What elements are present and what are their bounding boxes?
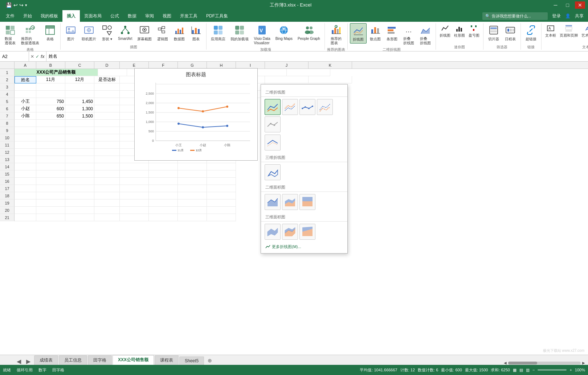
cell-b9[interactable] (36, 127, 65, 134)
cell-c21[interactable] (65, 214, 94, 221)
area-3d-basic-button[interactable] (265, 224, 281, 240)
cancel-formula-button[interactable]: ✕ (30, 54, 34, 59)
cell-b5[interactable]: 750 (36, 98, 65, 105)
insert-chart-button[interactable]: 图表 (188, 23, 204, 43)
cell-e18[interactable] (120, 192, 149, 199)
cell-d19[interactable] (94, 199, 120, 207)
cell-g20[interactable] (178, 207, 207, 214)
cell-a4[interactable] (15, 91, 36, 98)
cell-b13[interactable] (36, 156, 65, 163)
cell-b3[interactable] (36, 83, 65, 91)
slicer-button[interactable]: 切片器 (486, 23, 502, 43)
recommended-pivot-button[interactable]: ★ 推荐的数据透视表 (19, 23, 41, 46)
sparkline-col-button[interactable]: 柱形图 (453, 23, 466, 39)
line-2d-100pct-button[interactable] (299, 99, 315, 115)
cell-a13[interactable] (15, 156, 36, 163)
name-box[interactable]: A2 (0, 51, 29, 61)
zoom-in-button[interactable]: + (569, 368, 572, 372)
logic-diagram-button[interactable]: 逻辑图 (155, 23, 171, 43)
cell-e20[interactable] (120, 207, 149, 214)
cell-b2[interactable]: 11月 (36, 76, 65, 83)
cell-c19[interactable] (65, 199, 94, 207)
col-header-f[interactable]: F (149, 62, 178, 69)
tab-formula[interactable]: 公式 (106, 10, 123, 22)
cell-c7[interactable]: 1,500 (65, 112, 94, 120)
maximize-button[interactable]: □ (563, 1, 572, 9)
bing-maps-button[interactable]: Bing Maps (273, 23, 295, 42)
hyperlink-button[interactable]: 超链接 (523, 23, 539, 43)
cell-g19[interactable] (178, 199, 207, 207)
scrollbar-thumb[interactable] (508, 362, 537, 364)
smartart-button[interactable]: SmartArt (116, 23, 134, 42)
cell-d5[interactable] (94, 98, 120, 105)
online-picture-button[interactable]: 联机图片 (79, 23, 98, 43)
cell-a12[interactable] (15, 149, 36, 156)
formula-input[interactable]: 姓名 (46, 53, 588, 59)
cell-d3[interactable] (94, 83, 120, 91)
cell-d13[interactable] (94, 156, 120, 163)
my-addins-button[interactable]: 我的加载项 (228, 23, 251, 43)
cell-c12[interactable] (65, 149, 94, 156)
table-button[interactable]: 表格 (42, 23, 58, 43)
area-3d-stacked-button[interactable] (282, 224, 298, 240)
minimize-button[interactable]: ─ (551, 1, 560, 9)
col-header-d[interactable]: D (94, 62, 120, 69)
cell-a10[interactable] (15, 134, 36, 141)
header-footer-button[interactable]: 页眉和页脚 (558, 23, 579, 39)
cell-d4[interactable] (94, 91, 120, 98)
area-2d-100pct-button[interactable] (299, 194, 315, 210)
cell-h14[interactable] (207, 163, 236, 170)
scroll-right-tab-button[interactable]: ▶ (24, 358, 33, 365)
cell-d17[interactable] (94, 185, 120, 192)
col-header-e[interactable]: E (120, 62, 149, 69)
visio-button[interactable]: V Visio DataVisualizer (252, 23, 272, 46)
cell-d21[interactable] (94, 214, 120, 221)
cell-b15[interactable] (36, 170, 65, 178)
line-2d-basic-button[interactable] (265, 99, 281, 115)
sheet-tab-sales[interactable]: XXX公司销售额 (113, 355, 154, 365)
cell-f18[interactable] (149, 192, 178, 199)
cell-b14[interactable] (36, 163, 65, 170)
appsource-button[interactable]: 应用商店 (209, 23, 228, 43)
cell-c17[interactable] (65, 185, 94, 192)
tab-review[interactable]: 审阅 (141, 10, 158, 22)
area-2d-basic-button[interactable] (265, 194, 281, 210)
cell-d11[interactable] (94, 141, 120, 149)
add-sheet-button[interactable]: ⊕ (205, 356, 215, 365)
cell-f17[interactable] (149, 185, 178, 192)
tab-devtools[interactable]: 开发工具 (176, 10, 202, 22)
cell-b16[interactable] (36, 178, 65, 185)
view-pagebreak-button[interactable]: ▥ (526, 368, 530, 372)
cell-c10[interactable] (65, 134, 94, 141)
cell-e14[interactable] (120, 163, 149, 170)
login-button[interactable]: 登录 (552, 13, 561, 19)
cell-e21[interactable] (120, 214, 149, 221)
cell-b18[interactable] (36, 192, 65, 199)
cell-b8[interactable] (36, 120, 65, 127)
cell-h17[interactable] (207, 185, 236, 192)
cell-b17[interactable] (36, 185, 65, 192)
cell-f14[interactable] (149, 163, 178, 170)
share-button[interactable]: 共享 (575, 13, 584, 19)
cell-d15[interactable] (94, 170, 120, 178)
cell-h16[interactable] (207, 178, 236, 185)
col-header-j[interactable]: J (265, 62, 309, 69)
cell-a2[interactable]: 姓名 (15, 76, 36, 83)
cell-f16[interactable] (149, 178, 178, 185)
line-2d-stacked-marker-button[interactable] (265, 116, 281, 132)
confirm-formula-button[interactable]: ✓ (36, 54, 39, 59)
more-charts-button[interactable]: … 折叠折线图 (401, 23, 417, 46)
cell-a21[interactable] (15, 214, 36, 221)
save-icon[interactable]: 💾 (6, 2, 12, 8)
cell-h15[interactable] (207, 170, 236, 178)
cell-a19[interactable] (15, 199, 36, 207)
tab-data[interactable]: 数据 (123, 10, 141, 22)
tab-mytemplate[interactable]: 我的模板 (36, 10, 62, 22)
cell-c6[interactable]: 1,300 (65, 105, 94, 112)
textbox-button[interactable]: A 文本框 (544, 23, 558, 39)
cell-g21[interactable] (178, 214, 207, 221)
cell-b19[interactable] (36, 199, 65, 207)
cell-e16[interactable] (120, 178, 149, 185)
cell-d2[interactable]: 是否达标 (94, 76, 120, 83)
cell-c16[interactable] (65, 178, 94, 185)
